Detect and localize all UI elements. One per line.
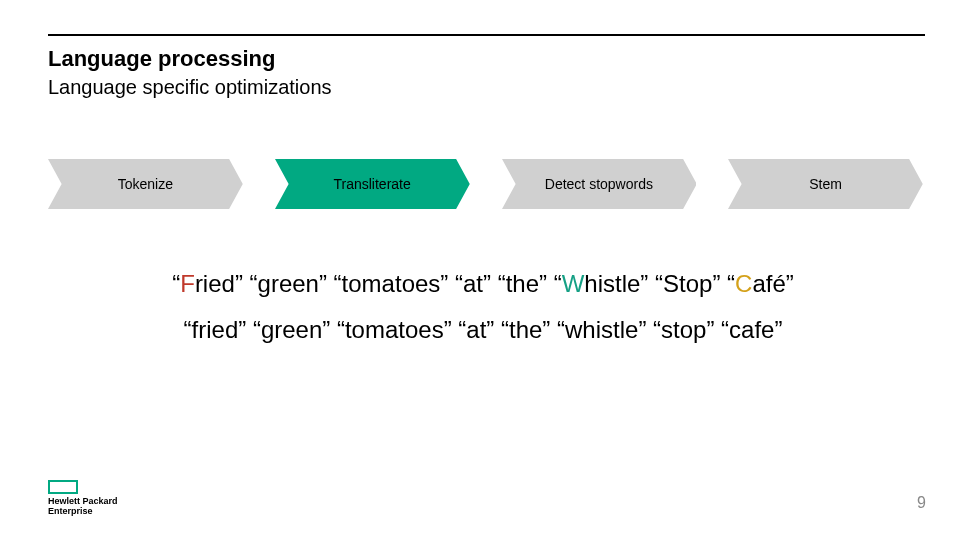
pipeline-step-label: Detect stopwords xyxy=(545,176,653,192)
line2-token: “the” xyxy=(501,316,550,343)
line1-token: “green” xyxy=(250,270,327,297)
line1-token: “Café” xyxy=(727,270,794,297)
pipeline-step: Transliterate xyxy=(275,159,470,209)
pipeline-step-label: Transliterate xyxy=(333,176,410,192)
line1-token: “tomatoes” xyxy=(334,270,449,297)
slide-subtitle: Language specific optimizations xyxy=(48,76,332,99)
line2-token: “tomatoes” xyxy=(337,316,452,343)
line1-token: “at” xyxy=(455,270,491,297)
hpe-logo-box-icon xyxy=(48,480,78,494)
hpe-logo: Hewlett Packard Enterprise xyxy=(48,480,118,516)
slide: Language processing Language specific op… xyxy=(0,0,960,540)
hpe-logo-text-2: Enterprise xyxy=(48,507,118,516)
line1-token: “the” xyxy=(498,270,547,297)
pipeline-step-label: Stem xyxy=(809,176,842,192)
line1-token: “Stop” xyxy=(655,270,720,297)
top-rule xyxy=(48,34,925,36)
line1-token: “Whistle” xyxy=(554,270,649,297)
pipeline-step: Stem xyxy=(728,159,923,209)
pipeline-step-label: Tokenize xyxy=(118,176,173,192)
line2-token: “whistle” xyxy=(557,316,646,343)
line2-token: “stop” xyxy=(653,316,714,343)
line2-token: “at” xyxy=(458,316,494,343)
example-line-2: “fried” “green” “tomatoes” “at” “the” “w… xyxy=(184,316,783,343)
line1-token: “Fried” xyxy=(172,270,243,297)
example-lines: “Fried” “green” “tomatoes” “at” “the” “W… xyxy=(48,262,918,353)
pipeline-steps: TokenizeTransliterateDetect stopwordsSte… xyxy=(48,159,923,209)
line2-token: “cafe” xyxy=(721,316,782,343)
pipeline-step: Detect stopwords xyxy=(502,159,697,209)
slide-title: Language processing xyxy=(48,46,275,72)
line2-token: “green” xyxy=(253,316,330,343)
line2-token: “fried” xyxy=(184,316,247,343)
example-line-1: “Fried” “green” “tomatoes” “at” “the” “W… xyxy=(172,270,794,297)
pipeline-step: Tokenize xyxy=(48,159,243,209)
page-number: 9 xyxy=(917,494,926,512)
